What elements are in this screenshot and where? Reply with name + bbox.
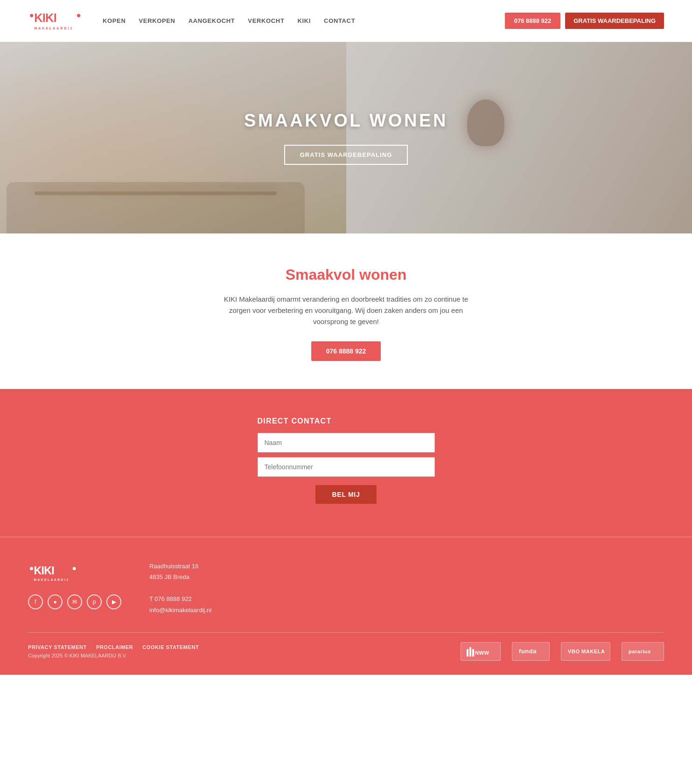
footer-copyright: Copyright 2025 © KIKI MAKELAARDIJ B.V.	[28, 653, 199, 658]
cookie-link[interactable]: COOKIE STATEMENT	[142, 644, 199, 650]
phone-button[interactable]: 076 8888 922	[505, 13, 561, 29]
telefoon-input[interactable]	[258, 457, 435, 477]
footer-logo[interactable]: KIKI MAKELAARDIJ	[28, 561, 121, 586]
gratis-waardebepaling-hero-button[interactable]: GRATIS WAARDEBEPALING	[284, 145, 408, 165]
logo[interactable]: KIKI MAKELAARDIJ	[28, 7, 84, 35]
proclaimer-link[interactable]: PROCLAIMER	[96, 644, 133, 650]
smaakvol-heading: Smaakvol wonen	[28, 266, 664, 283]
footer-logo-col: KIKI MAKELAARDIJ f ● ✉ p ▶	[28, 561, 121, 615]
footer-phone: T 076 8888 922	[149, 593, 211, 604]
facebook-icon[interactable]: f	[28, 594, 43, 609]
svg-text:KIKI: KIKI	[34, 565, 54, 577]
svg-text:KIKI: KIKI	[34, 11, 56, 24]
footer-main: KIKI MAKELAARDIJ f ● ✉ p ▶ Raadhuisstraa…	[28, 561, 664, 615]
contact-label: DIRECT CONTACT	[258, 417, 435, 425]
svg-point-2	[77, 14, 80, 17]
nav-aangekocht[interactable]: AANGEKOCHT	[189, 17, 235, 24]
nav-contact[interactable]: CONTACT	[324, 17, 355, 24]
footer-links: PRIVACY STATEMENT PROCLAIMER COOKIE STAT…	[28, 644, 199, 650]
svg-text:VBO MAKELAAR: VBO MAKELAAR	[568, 649, 604, 654]
hero-overlay: SMAAKVOL WONEN GRATIS WAARDEBEPALING	[0, 42, 692, 233]
footer-socials: f ● ✉ p ▶	[28, 594, 121, 609]
svg-point-0	[30, 14, 33, 17]
partner-logos: NWW funda VBO MAKELAAR pararius	[461, 642, 664, 661]
svg-point-4	[30, 567, 33, 570]
nav-kopen[interactable]: KOPEN	[103, 17, 126, 24]
partner-vbo: VBO MAKELAAR	[561, 642, 610, 661]
instagram-icon[interactable]: ●	[48, 594, 63, 609]
partner-funda: funda	[512, 642, 550, 661]
gratis-waardebepaling-header-button[interactable]: GRATIS WAARDEBEPALING	[565, 13, 664, 29]
hero-section: SMAAKVOL WONEN GRATIS WAARDEBEPALING	[0, 42, 692, 233]
svg-text:pararius: pararius	[629, 649, 651, 654]
smaakvol-body: KIKI Makelaardij omarmt verandering en d…	[216, 294, 477, 327]
header: KIKI MAKELAARDIJ KOPEN VERKOPEN AANGEKOC…	[0, 0, 692, 42]
hero-title: SMAAKVOL WONEN	[244, 111, 448, 131]
partner-inwwi: NWW	[461, 642, 501, 661]
svg-rect-9	[469, 647, 471, 657]
footer-bottom-left: PRIVACY STATEMENT PROCLAIMER COOKIE STAT…	[28, 644, 199, 658]
svg-point-6	[73, 567, 76, 570]
svg-text:funda: funda	[519, 648, 537, 655]
privacy-link[interactable]: PRIVACY STATEMENT	[28, 644, 87, 650]
footer-info: Raadhuisstraat 16 4835 JB Breda T 076 88…	[149, 561, 211, 615]
nav-verkopen[interactable]: VERKOPEN	[139, 17, 175, 24]
svg-text:NWW: NWW	[475, 650, 489, 656]
svg-text:MAKELAARDIJ: MAKELAARDIJ	[34, 578, 70, 581]
svg-rect-10	[472, 649, 474, 657]
footer-address-line1: Raadhuisstraat 16	[149, 561, 211, 572]
footer-address-line2: 4835 JB Breda	[149, 572, 211, 582]
smaakvol-section: Smaakvol wonen KIKI Makelaardij omarmt v…	[0, 233, 692, 389]
youtube-icon[interactable]: ▶	[106, 594, 121, 609]
email-icon[interactable]: ✉	[67, 594, 82, 609]
footer-email[interactable]: info@kikimakelaardij.nl	[149, 607, 211, 614]
bel-mij-button[interactable]: BEL MIJ	[315, 485, 377, 504]
svg-text:MAKELAARDIJ: MAKELAARDIJ	[34, 26, 73, 30]
partner-pararius: pararius	[622, 642, 664, 661]
svg-rect-8	[467, 649, 468, 657]
contact-form: DIRECT CONTACT BEL MIJ	[258, 417, 435, 504]
main-nav: KOPEN VERKOPEN AANGEKOCHT VERKOCHT KIKI …	[103, 17, 505, 24]
nav-verkocht[interactable]: VERKOCHT	[248, 17, 284, 24]
contact-section: DIRECT CONTACT BEL MIJ	[0, 389, 692, 537]
footer: KIKI MAKELAARDIJ f ● ✉ p ▶ Raadhuisstraa…	[0, 537, 692, 675]
pinterest-icon[interactable]: p	[87, 594, 102, 609]
phone-main-button[interactable]: 076 8888 922	[311, 341, 381, 361]
naam-input[interactable]	[258, 433, 435, 452]
footer-bottom: PRIVACY STATEMENT PROCLAIMER COOKIE STAT…	[28, 632, 664, 661]
nav-kiki[interactable]: KIKI	[297, 17, 311, 24]
